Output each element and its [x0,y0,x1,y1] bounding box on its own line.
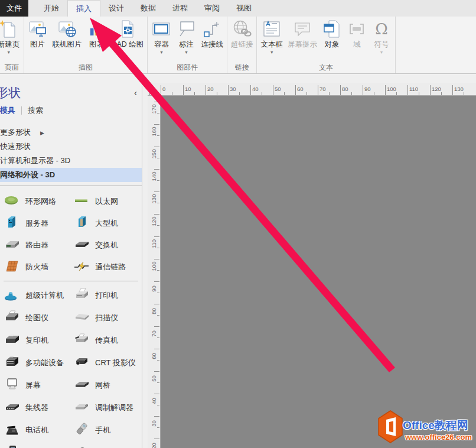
chart-button[interactable]: 图表 [84,18,109,51]
stencil-shape-supercomputer[interactable]: 超级计算机 [0,287,70,304]
new-page-button[interactable]: 新建页▼ [0,18,22,56]
stencil-shape-label: 手机 [95,425,110,436]
stencil-shape-label: 以太网 [95,196,118,207]
tab-file[interactable]: 文件 [0,0,28,17]
ruler-tick [157,270,159,271]
stencil-row: 路由器交换机 [0,234,142,256]
stencil-shape-ethernet[interactable]: 以太网 [70,193,139,210]
svg-text:Ω: Ω [375,20,388,38]
stencil-nav-quick-shapes[interactable]: 快速形状 [0,139,142,154]
ribbon-group-links: 超链接链接 [227,17,257,73]
ruler-tick [149,92,150,95]
stencil-shape-telephone[interactable]: 电话机 [0,422,70,439]
stencil-shape-plotter[interactable]: 绘图仪 [0,310,70,326]
drawing-canvas[interactable] [161,96,476,448]
stencil-shape-label: 交换机 [95,240,118,251]
cad-drawing-button[interactable]: CAD 绘图 [109,18,146,51]
multifunction-device-icon [4,355,21,371]
stencil-shape-router[interactable]: 路由器 [0,237,70,254]
button-label: CAD 绘图 [112,40,144,50]
stencil-shape-crt-projector[interactable]: CRT 投影仪 [70,355,139,371]
stencil-shape-label: 通信链路 [95,262,126,272]
dropdown-caret-icon: ▼ [159,50,164,54]
stencil-shape-smartphone[interactable]: 智能手机 [0,444,70,448]
stencil-shape-modem[interactable]: 调制解调器 [70,400,139,416]
stencil-shape-hub[interactable]: 集线器 [0,400,70,416]
ruler-tick [194,92,195,95]
stencil-shape-firewall[interactable]: 防火墙 [0,259,70,275]
stencil-shape-printer[interactable]: 打印机 [70,287,139,304]
ruler-tick [206,85,206,95]
switch-icon [73,237,91,254]
ruler-tick [157,405,159,405]
ruler-tick [262,92,262,95]
panel-tab-stencils[interactable]: 模具 [0,105,21,116]
callout-button[interactable]: 标注▼ [174,18,198,56]
ruler-number: 170 [151,100,157,118]
connector-button[interactable]: 连接线 [198,18,226,51]
stencil-shape-wireless-access-point[interactable]: 无线访问点 [70,444,139,448]
ruler-number: 40 [151,392,157,410]
panel-tab-search[interactable]: 搜索 [22,105,49,116]
text-box-button[interactable]: 文本框▼ [258,18,285,56]
symbol-icon: Ω [372,20,391,38]
ruler-number: 20 [207,86,214,92]
panel-resize-gutter[interactable] [142,74,148,448]
stencil-nav-computers-monitors-3d[interactable]: 计算机和显示器 - 3D [0,154,142,168]
chart-icon [87,20,106,38]
stencil-shape-bridge[interactable]: 网桥 [70,377,139,394]
ribbon-tab-bar: 文件 开始插入设计数据进程审阅视图 [0,0,476,17]
ruler-tick [239,92,240,95]
ribbon-group-label: 页面 [1,63,22,73]
ruler-tick [157,382,159,383]
stencil-nav-more-shapes[interactable]: 更多形状▶ [0,125,142,139]
ruler-number: 130 [151,190,157,208]
dropdown-caret-icon: ▼ [6,50,11,54]
new-page-icon [0,20,18,38]
ruler-number: 100 [387,86,396,92]
container-button[interactable]: 容器▼ [149,18,174,56]
hyperlink-button: 超链接 [229,18,256,51]
tab-insert[interactable]: 插入 [67,0,100,17]
stencil-shape-mainframe[interactable]: 大型机 [70,215,139,232]
stencil-shape-server[interactable]: 服务器 [0,215,70,232]
stencil-shape-fax[interactable]: 传真机 [70,332,139,349]
ruler-number: 160 [151,123,157,141]
stencil-shape-comm-link[interactable]: 通信链路 [70,259,139,275]
button-label: 文本框 [260,40,283,50]
ruler-tick [157,315,159,316]
symbol-button: Ω符号▼ [369,18,394,56]
stencil-row: 集线器调制解调器 [0,397,142,419]
tab-process[interactable]: 进程 [164,0,196,17]
stencil-shape-label: 超级计算机 [25,290,64,301]
ruler-number: 80 [151,303,157,320]
object-button[interactable]: 对象 [319,18,344,51]
stencil-shape-multifunction-device[interactable]: 多功能设备 [0,355,70,371]
online-pictures-button[interactable]: 联机图片 [50,18,84,51]
divider [0,186,142,186]
tab-home[interactable]: 开始 [35,0,67,17]
stencil-shape-switch[interactable]: 交换机 [70,237,139,254]
stencil-shape-copier[interactable]: 复印机 [0,332,70,349]
bridge-icon [73,377,91,394]
tab-data[interactable]: 数据 [132,0,164,17]
stencil-shape-screen[interactable]: 屏幕 [0,377,70,394]
button-label: 连接线 [201,40,223,50]
stencil-shape-label: 集线器 [25,402,48,413]
collapse-panel-icon[interactable]: ‹ [134,89,137,97]
stencil-shape-cell-phone[interactable]: 手机 [70,422,139,439]
tab-view[interactable]: 视图 [228,0,260,17]
tab-design[interactable]: 设计 [100,0,132,17]
ruler-number: 90 [364,86,371,92]
printer-icon [73,287,91,304]
tab-review[interactable]: 审阅 [196,0,228,17]
stencil-shape-ring-network[interactable]: 环形网络 [0,193,70,210]
picture-button[interactable]: 图片 [25,18,50,51]
stencil-nav-network-peripherals-3d[interactable]: 网络和外设 - 3D [0,168,142,182]
smartphone-icon [4,444,21,448]
stencil-shape-scanner[interactable]: 扫描仪 [70,310,139,326]
ruler-tick [157,293,159,293]
stencil-shape-label: 传真机 [95,335,118,346]
horizontal-ruler[interactable]: 0102030405060708090100110120130 [148,83,476,96]
vertical-ruler[interactable]: 1701601501401301201101009080706050403020 [148,96,161,448]
